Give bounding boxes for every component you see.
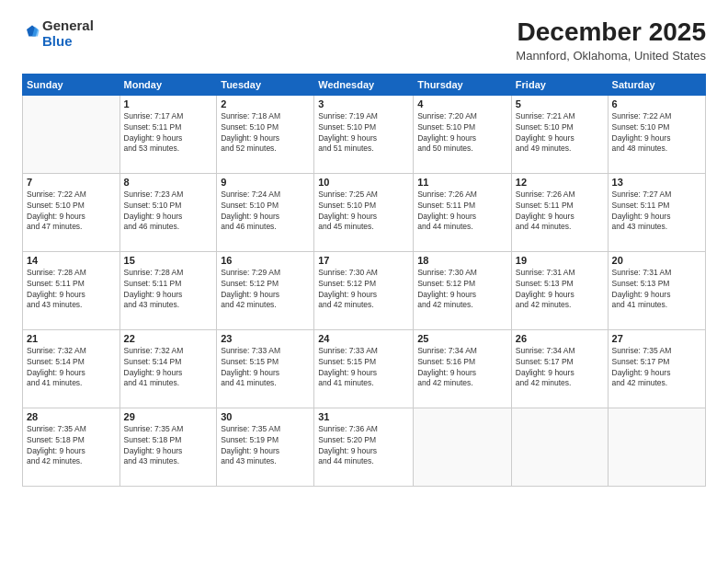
day-info: Sunrise: 7:28 AMSunset: 5:11 PMDaylight:…	[27, 268, 116, 312]
day-number: 12	[516, 177, 604, 188]
day-info: Sunrise: 7:23 AMSunset: 5:10 PMDaylight:…	[124, 190, 213, 234]
logo-text: General Blue	[42, 18, 94, 49]
col-monday: Monday	[119, 74, 217, 95]
day-number: 24	[318, 333, 409, 344]
calendar-week-row: 14Sunrise: 7:28 AMSunset: 5:11 PMDayligh…	[23, 251, 706, 329]
header-row: Sunday Monday Tuesday Wednesday Thursday…	[23, 74, 706, 95]
day-number: 4	[417, 98, 507, 109]
day-number: 29	[124, 411, 213, 422]
calendar-cell: 6Sunrise: 7:22 AMSunset: 5:10 PMDaylight…	[608, 95, 705, 173]
day-info: Sunrise: 7:17 AMSunset: 5:11 PMDaylight:…	[124, 111, 213, 155]
day-info: Sunrise: 7:33 AMSunset: 5:15 PMDaylight:…	[318, 346, 409, 390]
calendar-cell: 7Sunrise: 7:22 AMSunset: 5:10 PMDaylight…	[23, 173, 120, 251]
day-number: 8	[124, 177, 213, 188]
col-saturday: Saturday	[608, 74, 705, 95]
location: Mannford, Oklahoma, United States	[516, 49, 706, 63]
day-info: Sunrise: 7:33 AMSunset: 5:15 PMDaylight:…	[221, 346, 310, 390]
col-wednesday: Wednesday	[314, 74, 414, 95]
day-number: 11	[417, 177, 507, 188]
day-number: 20	[612, 255, 701, 266]
day-number: 23	[221, 333, 310, 344]
col-tuesday: Tuesday	[217, 74, 314, 95]
calendar-cell: 16Sunrise: 7:29 AMSunset: 5:12 PMDayligh…	[217, 251, 314, 329]
day-info: Sunrise: 7:30 AMSunset: 5:12 PMDaylight:…	[318, 268, 409, 312]
calendar-cell: 25Sunrise: 7:34 AMSunset: 5:16 PMDayligh…	[414, 329, 512, 408]
day-info: Sunrise: 7:18 AMSunset: 5:10 PMDaylight:…	[221, 111, 310, 155]
header: General Blue December 2025 Mannford, Okl…	[22, 18, 706, 63]
calendar-cell: 9Sunrise: 7:24 AMSunset: 5:10 PMDaylight…	[217, 173, 314, 251]
logo-icon	[24, 24, 40, 40]
calendar-cell: 8Sunrise: 7:23 AMSunset: 5:10 PMDaylight…	[119, 173, 217, 251]
day-info: Sunrise: 7:32 AMSunset: 5:14 PMDaylight:…	[124, 346, 213, 390]
page: General Blue December 2025 Mannford, Okl…	[0, 0, 728, 563]
logo-blue: Blue	[42, 33, 73, 49]
day-number: 5	[516, 98, 604, 109]
day-number: 17	[318, 255, 409, 266]
day-info: Sunrise: 7:35 AMSunset: 5:18 PMDaylight:…	[27, 424, 116, 468]
day-number: 21	[27, 333, 116, 344]
day-info: Sunrise: 7:20 AMSunset: 5:10 PMDaylight:…	[417, 111, 507, 155]
calendar-header: Sunday Monday Tuesday Wednesday Thursday…	[23, 74, 706, 95]
day-number: 13	[612, 177, 701, 188]
calendar-week-row: 21Sunrise: 7:32 AMSunset: 5:14 PMDayligh…	[23, 329, 706, 408]
calendar-cell: 24Sunrise: 7:33 AMSunset: 5:15 PMDayligh…	[314, 329, 414, 408]
calendar-cell: 14Sunrise: 7:28 AMSunset: 5:11 PMDayligh…	[23, 251, 120, 329]
calendar-cell: 1Sunrise: 7:17 AMSunset: 5:11 PMDaylight…	[119, 95, 217, 173]
calendar-week-row: 1Sunrise: 7:17 AMSunset: 5:11 PMDaylight…	[23, 95, 706, 173]
calendar-cell: 18Sunrise: 7:30 AMSunset: 5:12 PMDayligh…	[414, 251, 512, 329]
day-info: Sunrise: 7:35 AMSunset: 5:19 PMDaylight:…	[221, 424, 310, 468]
calendar-cell: 21Sunrise: 7:32 AMSunset: 5:14 PMDayligh…	[23, 329, 120, 408]
calendar-cell: 17Sunrise: 7:30 AMSunset: 5:12 PMDayligh…	[314, 251, 414, 329]
day-info: Sunrise: 7:36 AMSunset: 5:20 PMDaylight:…	[318, 424, 409, 468]
day-number: 19	[516, 255, 604, 266]
day-number: 22	[124, 333, 213, 344]
day-number: 30	[221, 411, 310, 422]
day-info: Sunrise: 7:24 AMSunset: 5:10 PMDaylight:…	[221, 190, 310, 234]
day-number: 28	[27, 411, 116, 422]
day-number: 10	[318, 177, 409, 188]
day-info: Sunrise: 7:21 AMSunset: 5:10 PMDaylight:…	[516, 111, 604, 155]
calendar-cell: 15Sunrise: 7:28 AMSunset: 5:11 PMDayligh…	[119, 251, 217, 329]
day-info: Sunrise: 7:31 AMSunset: 5:13 PMDaylight:…	[612, 268, 701, 312]
day-number: 27	[612, 333, 701, 344]
calendar-body: 1Sunrise: 7:17 AMSunset: 5:11 PMDaylight…	[23, 95, 706, 486]
col-friday: Friday	[511, 74, 608, 95]
day-number: 15	[124, 255, 213, 266]
calendar-cell: 23Sunrise: 7:33 AMSunset: 5:15 PMDayligh…	[217, 329, 314, 408]
day-info: Sunrise: 7:34 AMSunset: 5:16 PMDaylight:…	[417, 346, 507, 390]
day-info: Sunrise: 7:32 AMSunset: 5:14 PMDaylight:…	[27, 346, 116, 390]
calendar-cell: 5Sunrise: 7:21 AMSunset: 5:10 PMDaylight…	[511, 95, 608, 173]
day-info: Sunrise: 7:27 AMSunset: 5:11 PMDaylight:…	[612, 190, 701, 234]
calendar-cell: 3Sunrise: 7:19 AMSunset: 5:10 PMDaylight…	[314, 95, 414, 173]
day-info: Sunrise: 7:26 AMSunset: 5:11 PMDaylight:…	[516, 190, 604, 234]
calendar-cell: 27Sunrise: 7:35 AMSunset: 5:17 PMDayligh…	[608, 329, 705, 408]
day-info: Sunrise: 7:22 AMSunset: 5:10 PMDaylight:…	[27, 190, 116, 234]
day-info: Sunrise: 7:31 AMSunset: 5:13 PMDaylight:…	[516, 268, 604, 312]
day-number: 6	[612, 98, 701, 109]
calendar-cell: 11Sunrise: 7:26 AMSunset: 5:11 PMDayligh…	[414, 173, 512, 251]
col-thursday: Thursday	[414, 74, 512, 95]
day-info: Sunrise: 7:30 AMSunset: 5:12 PMDaylight:…	[417, 268, 507, 312]
calendar-week-row: 28Sunrise: 7:35 AMSunset: 5:18 PMDayligh…	[23, 408, 706, 486]
day-info: Sunrise: 7:28 AMSunset: 5:11 PMDaylight:…	[124, 268, 213, 312]
day-number: 2	[221, 98, 310, 109]
logo: General Blue	[22, 18, 94, 49]
logo-general: General	[42, 17, 94, 33]
day-info: Sunrise: 7:35 AMSunset: 5:17 PMDaylight:…	[612, 346, 701, 390]
calendar-cell: 30Sunrise: 7:35 AMSunset: 5:19 PMDayligh…	[217, 408, 314, 486]
calendar-cell: 12Sunrise: 7:26 AMSunset: 5:11 PMDayligh…	[511, 173, 608, 251]
month-title: December 2025	[516, 18, 706, 47]
calendar-cell	[23, 95, 120, 173]
day-number: 14	[27, 255, 116, 266]
day-number: 1	[124, 98, 213, 109]
calendar-cell: 19Sunrise: 7:31 AMSunset: 5:13 PMDayligh…	[511, 251, 608, 329]
col-sunday: Sunday	[23, 74, 120, 95]
calendar-cell: 20Sunrise: 7:31 AMSunset: 5:13 PMDayligh…	[608, 251, 705, 329]
calendar-cell: 31Sunrise: 7:36 AMSunset: 5:20 PMDayligh…	[314, 408, 414, 486]
calendar-cell: 29Sunrise: 7:35 AMSunset: 5:18 PMDayligh…	[119, 408, 217, 486]
calendar-cell: 13Sunrise: 7:27 AMSunset: 5:11 PMDayligh…	[608, 173, 705, 251]
day-info: Sunrise: 7:35 AMSunset: 5:18 PMDaylight:…	[124, 424, 213, 468]
calendar-cell: 10Sunrise: 7:25 AMSunset: 5:10 PMDayligh…	[314, 173, 414, 251]
calendar-cell: 2Sunrise: 7:18 AMSunset: 5:10 PMDaylight…	[217, 95, 314, 173]
day-info: Sunrise: 7:29 AMSunset: 5:12 PMDaylight:…	[221, 268, 310, 312]
